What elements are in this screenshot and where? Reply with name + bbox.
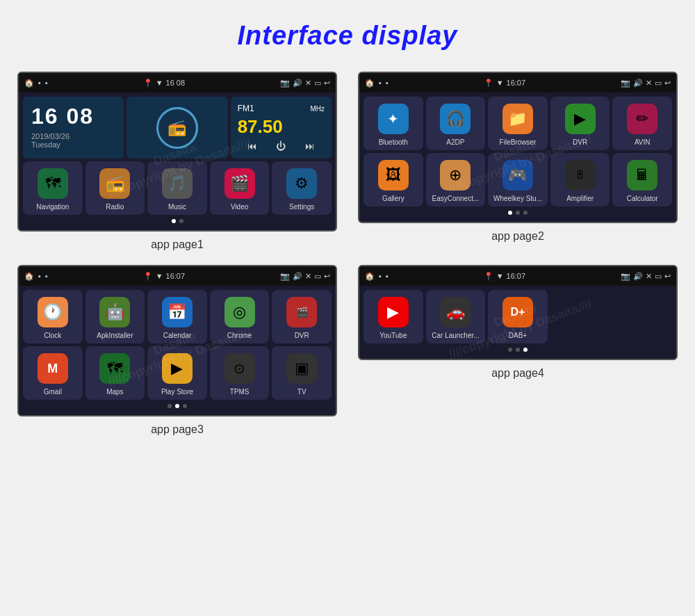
app-music[interactable]: 🎵 Music: [147, 161, 207, 215]
time-4: 16:07: [507, 272, 526, 280]
bluetooth-label: Bluetooth: [379, 138, 408, 146]
close-icon-3: ✕: [305, 272, 311, 281]
amplifier-label: Amplifier: [566, 195, 594, 202]
vol-icon-3: 🔊: [293, 272, 302, 281]
maps-icon: 🗺: [99, 353, 130, 384]
screens-grid: 🏠 ▪ ▪ 📍 ▼ 16 08 📷 🔊 ✕ ▭ ↩: [0, 65, 695, 450]
signal-icon-1: ▼: [156, 79, 163, 87]
app-carlauncher[interactable]: 🚗 Car Launcher...: [426, 290, 486, 343]
app-navigation[interactable]: 🗺 Navigation: [23, 161, 83, 215]
app-dvr-p2[interactable]: ▶ DVR: [550, 97, 610, 150]
chrome-label: Chrome: [227, 332, 252, 339]
screen-icon-1: ▭: [314, 79, 321, 88]
app-video[interactable]: 🎬 Video: [210, 161, 270, 215]
car-screen-page3: 🏠 ▪ ▪ 📍 ▼ 16:07 📷 🔊 ✕ ▭ ↩ Das: [17, 265, 337, 416]
easyconnect-icon: ⊕: [440, 160, 471, 191]
power-btn[interactable]: ⏻: [276, 140, 286, 152]
filebrowser-label: FileBrowser: [500, 138, 537, 146]
menu-icon-4: ▪: [379, 272, 382, 280]
clock-icon: 🕐: [38, 297, 68, 327]
home-icon-1: 🏠: [24, 79, 34, 88]
app-maps[interactable]: 🗺 Maps: [85, 346, 145, 400]
app-grid-page3-row1: 🕐 Clock 🤖 ApkInstaller 📅 Calendar ◎ Chro…: [23, 290, 332, 343]
dvr-label-p3: DVR: [295, 332, 309, 339]
status-bar-4: 🏠 ▪ ▪ 📍 ▼ 16:07 📷 🔊 ✕ ▭ ↩: [359, 266, 676, 286]
screen-content-1: Dasaita////copyright by Dasaita//// 16 0…: [19, 92, 336, 230]
top-widget-1: 16 08 2019/03/26 Tuesday 📻 FM1 MHz: [23, 97, 332, 159]
calculator-icon: 🖩: [627, 160, 657, 191]
app-apkinstaller[interactable]: 🤖 ApkInstaller: [85, 290, 145, 343]
gallery-label: Gallery: [382, 195, 404, 202]
dot-p2-1: [508, 211, 512, 215]
app-tv[interactable]: ▣ TV: [272, 346, 332, 400]
camera-icon-2: 📷: [621, 79, 630, 88]
dot-p4-2: [516, 348, 520, 352]
app-amplifier[interactable]: 🎚 Amplifier: [550, 153, 610, 206]
app-a2dp[interactable]: 🎧 A2DP: [426, 97, 486, 150]
dot-p4-1: [508, 348, 512, 352]
screen-container-page1: 🏠 ▪ ▪ 📍 ▼ 16 08 📷 🔊 ✕ ▭ ↩: [14, 72, 341, 251]
dot-p2-3: [523, 211, 528, 215]
menu-icon-1: ▪: [38, 79, 41, 87]
app-calendar[interactable]: 📅 Calendar: [147, 290, 207, 343]
screen-container-page3: 🏠 ▪ ▪ 📍 ▼ 16:07 📷 🔊 ✕ ▭ ↩ Das: [14, 265, 341, 436]
back-arrow-4: ↩: [664, 272, 671, 281]
app-wheelkey[interactable]: 🎮 Wheelkey Stu...: [488, 153, 548, 206]
youtube-label: YouTube: [379, 332, 407, 339]
radio-widget: 📻: [126, 97, 227, 159]
app-filebrowser[interactable]: 📁 FileBrowser: [488, 97, 548, 150]
fm-unit: MHz: [310, 105, 325, 113]
tv-icon: ▣: [286, 353, 317, 384]
status-bar-3: 🏠 ▪ ▪ 📍 ▼ 16:07 📷 🔊 ✕ ▭ ↩: [19, 266, 336, 286]
app-tpms[interactable]: ⊙ TPMS: [210, 346, 270, 400]
app-radio[interactable]: 📻 Radio: [85, 161, 145, 215]
music-icon: 🎵: [162, 168, 193, 199]
fm-freq: 87.50: [238, 116, 325, 138]
app-easyconnect[interactable]: ⊕ EasyConnect...: [426, 153, 486, 206]
vol-icon-4: 🔊: [633, 272, 643, 281]
page-dots-1: [23, 215, 332, 226]
dot-p2-2: [516, 211, 520, 215]
easyconnect-label: EasyConnect...: [432, 195, 479, 202]
signal-icon-3: ▼: [156, 272, 163, 280]
dvr-icon-p2: ▶: [565, 104, 596, 134]
tpms-icon: ⊙: [224, 353, 255, 384]
app-dvr-p3[interactable]: 🎬 DVR: [272, 290, 332, 343]
dot-p3-1: [167, 404, 172, 408]
music-label: Music: [168, 203, 186, 211]
close-icon-1: ✕: [305, 79, 311, 88]
app-clock[interactable]: 🕐 Clock: [23, 290, 83, 343]
app-chrome[interactable]: ◎ Chrome: [210, 290, 270, 343]
app-dab[interactable]: D+ DAB+: [488, 290, 548, 343]
bluetooth-icon: ✦: [378, 104, 409, 134]
app-settings[interactable]: ⚙ Settings: [272, 161, 332, 215]
radio-icon: 📻: [167, 119, 186, 137]
screen-icon-3: ▭: [314, 272, 321, 281]
app-avin[interactable]: ✏ AVIN: [612, 97, 672, 150]
clock-time: 16 08: [31, 104, 115, 129]
app-youtube[interactable]: ▶ YouTube: [363, 290, 423, 343]
calendar-icon: 📅: [162, 297, 193, 327]
status-bar-2: 🏠 ▪ ▪ 📍 ▼ 16:07 📷 🔊 ✕ ▭ ↩: [359, 73, 676, 92]
app-gmail[interactable]: M Gmail: [23, 346, 83, 400]
clock-widget: 16 08 2019/03/26 Tuesday: [23, 97, 124, 159]
signal-icon-2: ▼: [496, 79, 504, 87]
app-grid-page2-row2: 🖼 Gallery ⊕ EasyConnect... 🎮 Wheelkey St…: [363, 153, 672, 206]
app-grid-page1: 🗺 Navigation 📻 Radio 🎵 Music 🎬 Video: [23, 161, 332, 215]
app-playstore[interactable]: ▶ Play Store: [147, 346, 207, 400]
gmail-label: Gmail: [44, 388, 62, 396]
app-calculator[interactable]: 🖩 Calculator: [612, 153, 672, 206]
menu-icon-3: ▪: [38, 272, 41, 280]
radio-app-icon: 📻: [99, 168, 130, 199]
app-gallery[interactable]: 🖼 Gallery: [363, 153, 423, 206]
dot-1: [172, 219, 176, 223]
back-arrow-2: ↩: [664, 79, 671, 88]
prev-track[interactable]: ⏮: [247, 140, 257, 152]
next-track[interactable]: ⏭: [305, 140, 315, 152]
dvr-label-p2: DVR: [573, 138, 587, 146]
page4-label: app page4: [491, 367, 544, 380]
settings-icon: ⚙: [286, 168, 317, 199]
app-bluetooth[interactable]: ✦ Bluetooth: [363, 97, 423, 150]
clock-date: 2019/03/26: [31, 132, 115, 140]
dot-p3-3: [183, 404, 187, 408]
